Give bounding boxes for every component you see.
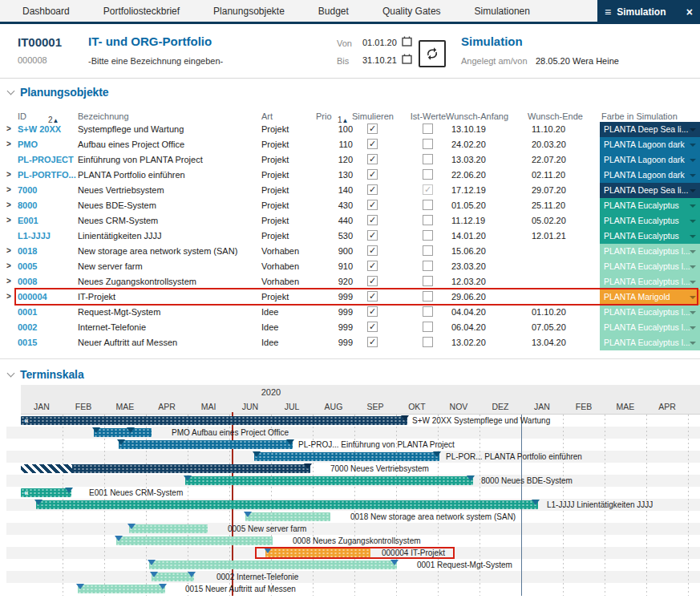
planning-object-id[interactable]: E001 (18, 216, 38, 225)
color-select[interactable]: PLANTA Eucalyptus l... (600, 335, 700, 350)
expand-icon[interactable]: > (6, 185, 11, 194)
col-header-prio[interactable]: Prio (316, 111, 332, 121)
table-row[interactable]: 0015Neuer Auftritt auf MessenIdee999✓13.… (0, 335, 700, 350)
tab-simulation-active[interactable]: ≡ Simulation × (597, 0, 700, 24)
ist-werte-checkbox[interactable] (423, 154, 433, 164)
col-header-simulieren[interactable]: Simulieren (346, 111, 399, 121)
nav-item-budget[interactable]: Budget (318, 6, 349, 17)
planning-object-id[interactable]: 7000 (18, 185, 37, 195)
simulieren-checkbox[interactable]: ✓ (367, 276, 378, 286)
table-row[interactable]: L1-JJJJLinientätigkeiten JJJJProjekt530✓… (0, 229, 700, 244)
gantt-bar[interactable] (94, 428, 152, 437)
col-header-art[interactable]: Art (261, 111, 273, 121)
color-select[interactable]: PLANTA Eucalyptus l... (600, 320, 700, 335)
planning-object-id[interactable]: L1-JJJJ (18, 231, 51, 241)
ist-werte-checkbox[interactable] (423, 215, 433, 225)
ist-werte-checkbox[interactable] (423, 245, 433, 256)
simulieren-checkbox[interactable]: ✓ (367, 245, 378, 256)
planning-object-id[interactable]: 0001 (18, 307, 37, 317)
planning-object-id[interactable]: PL-PORTFO... (18, 170, 76, 180)
gantt-bar[interactable] (21, 416, 407, 425)
ist-werte-checkbox[interactable] (423, 306, 433, 317)
table-row[interactable]: >PMOAufbau eines Project OfficeProjekt11… (0, 137, 700, 152)
color-select[interactable]: PLANTA Deep Sea li... (600, 183, 700, 198)
schedule-section-header[interactable]: Terminskala (8, 367, 84, 382)
simulieren-checkbox[interactable]: ✓ (367, 169, 378, 180)
hamburger-menu-icon[interactable]: ≡ (605, 6, 611, 18)
ist-werte-checkbox[interactable]: ✓ (423, 184, 433, 195)
planning-object-id[interactable]: S+W 20XX (18, 124, 61, 134)
gantt-bar[interactable] (245, 512, 330, 521)
calendar-icon[interactable] (402, 54, 412, 64)
bis-date-field[interactable]: 31.10.21 (362, 55, 397, 65)
gantt-bar[interactable] (78, 585, 165, 593)
table-row[interactable]: >PL-PORTFO...PLANTA Portfolio einführenP… (0, 168, 700, 183)
expand-icon[interactable]: > (6, 216, 11, 225)
von-date-field[interactable]: 01.01.20 (362, 38, 397, 47)
color-select[interactable]: PLANTA Eucalyptus l... (600, 305, 700, 320)
nav-item-portfoliosteckbrief[interactable]: Portfoliosteckbrief (103, 6, 180, 17)
color-select[interactable]: PLANTA Eucalyptus l... (600, 259, 700, 274)
expand-icon[interactable]: > (6, 292, 11, 301)
gantt-bar[interactable] (149, 561, 397, 569)
planning-object-id[interactable]: 0002 (18, 322, 37, 332)
gantt-bar[interactable] (129, 524, 208, 533)
planning-object-id[interactable]: PMO (18, 140, 38, 149)
col-header-id[interactable]: ID (18, 111, 26, 121)
expand-icon[interactable]: > (6, 124, 11, 133)
nav-item-quality-gates[interactable]: Quality Gates (382, 6, 441, 17)
planning-object-id[interactable]: 0015 (18, 338, 37, 347)
planning-section-header[interactable]: Planungsobjekte (8, 85, 109, 99)
ist-werte-checkbox[interactable] (423, 322, 433, 332)
col-header-ist-werte[interactable]: Ist-Werte (406, 111, 451, 121)
planning-object-id[interactable]: 0005 (18, 261, 37, 271)
gantt-bar[interactable] (254, 452, 439, 461)
col-header-wunsch-ende[interactable]: Wunsch-Ende (528, 111, 583, 121)
gantt-bar[interactable] (185, 476, 473, 485)
gantt-bar[interactable] (119, 440, 293, 449)
color-select[interactable]: PLANTA Eucalyptus (600, 198, 700, 213)
table-row[interactable]: >0018New storage area network system (SA… (0, 244, 700, 259)
nav-item-simulationen[interactable]: Simulationen (475, 6, 530, 17)
color-select[interactable]: PLANTA Eucalyptus (600, 213, 700, 229)
refresh-button[interactable] (419, 40, 446, 67)
simulieren-checkbox[interactable]: ✓ (367, 139, 378, 149)
ist-werte-checkbox[interactable] (423, 230, 433, 241)
expand-icon[interactable]: > (6, 261, 11, 270)
color-select[interactable]: PLANTA Lagoon dark (600, 168, 700, 183)
planning-object-id[interactable]: 0018 (18, 246, 37, 256)
ist-werte-checkbox[interactable] (423, 169, 433, 180)
expand-icon[interactable]: > (6, 277, 11, 285)
color-select[interactable]: PLANTA Eucalyptus l... (600, 244, 700, 259)
table-row[interactable]: >E001Neues CRM-SystemProjekt440✓11.12.19… (0, 213, 700, 229)
simulieren-checkbox[interactable]: ✓ (367, 123, 378, 134)
col-header-wunsch-anfang[interactable]: Wunsch-Anfang (446, 111, 508, 121)
table-row[interactable]: >S+W 20XXSystempflege und WartungProjekt… (0, 122, 700, 137)
simulieren-checkbox[interactable]: ✓ (367, 306, 378, 317)
ist-werte-checkbox[interactable] (423, 261, 433, 271)
planning-object-id[interactable]: 8000 (18, 200, 37, 210)
calendar-icon[interactable] (402, 36, 412, 47)
table-row[interactable]: PL-PROJECTEinführung von PLANTA ProjectP… (0, 152, 700, 168)
color-select[interactable]: PLANTA Lagoon dark (600, 137, 700, 152)
close-tab-icon[interactable]: × (686, 6, 693, 18)
ist-werte-checkbox[interactable] (423, 276, 433, 286)
col-header-name[interactable]: Bezeichnung (78, 111, 129, 121)
simulieren-checkbox[interactable]: ✓ (367, 322, 378, 332)
simulieren-checkbox[interactable]: ✓ (367, 261, 378, 271)
table-row[interactable]: 0002Internet-TelefonieIdee999✓06.04.2007… (0, 320, 700, 335)
table-row[interactable]: >8000Neues BDE-SystemProjekt430✓01.05.20… (0, 198, 700, 213)
gantt-bar[interactable] (21, 488, 71, 497)
portfolio-subtitle[interactable]: -Bitte eine Bezeichnung eingeben- (88, 56, 223, 66)
simulieren-checkbox[interactable]: ✓ (367, 184, 378, 195)
simulieren-checkbox[interactable]: ✓ (367, 154, 378, 164)
col-header-farbe[interactable]: Farbe in Simulation (601, 111, 678, 121)
color-select[interactable]: PLANTA Eucalyptus (600, 229, 700, 244)
table-row[interactable]: >7000Neues VertriebsystemProjekt140✓✓17.… (0, 183, 700, 198)
color-select[interactable]: PLANTA Lagoon dark (600, 152, 700, 168)
gantt-bar[interactable] (116, 536, 273, 545)
planning-object-id[interactable]: PL-PROJECT (18, 155, 74, 164)
simulieren-checkbox[interactable]: ✓ (367, 337, 378, 347)
expand-icon[interactable]: > (6, 170, 11, 179)
nav-item-dashboard[interactable]: Dashboard (22, 6, 70, 17)
